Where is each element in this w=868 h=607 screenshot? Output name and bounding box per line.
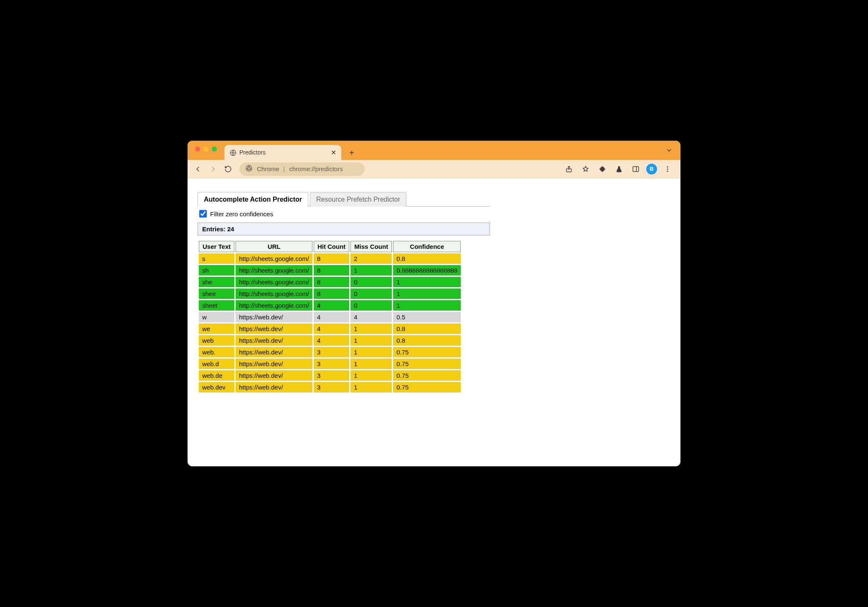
cell-url: https://web.dev/ <box>236 347 312 357</box>
globe-icon <box>229 149 236 156</box>
tab-resource-prefetch-predictor[interactable]: Resource Prefetch Predictor <box>310 192 406 207</box>
cell-user_text: shee <box>199 288 234 299</box>
cell-hit: 4 <box>314 335 349 346</box>
cell-url: https://web.dev/ <box>236 312 312 322</box>
cell-hit: 4 <box>314 312 349 322</box>
cell-url: https://web.dev/ <box>236 382 312 392</box>
col-hit-count[interactable]: Hit Count <box>314 241 349 252</box>
back-button[interactable] <box>192 163 204 175</box>
svg-point-6 <box>667 166 668 167</box>
new-tab-button[interactable]: + <box>345 147 358 159</box>
svg-point-7 <box>667 168 668 169</box>
cell-conf: 0.8 <box>393 324 461 334</box>
col-confidence[interactable]: Confidence <box>393 241 461 252</box>
col-miss-count[interactable]: Miss Count <box>350 241 392 252</box>
bookmark-icon[interactable] <box>579 163 592 175</box>
cell-miss: 1 <box>350 382 392 392</box>
cell-miss: 1 <box>350 335 392 346</box>
svg-point-8 <box>667 170 668 172</box>
cell-user_text: web.de <box>199 370 234 381</box>
minimize-window-button[interactable] <box>203 147 208 152</box>
cell-user_text: she <box>199 277 234 287</box>
cell-miss: 1 <box>350 265 392 276</box>
cell-url: http://sheets.google.com/ <box>236 265 312 276</box>
omnibox-prefix: Chrome <box>257 165 279 172</box>
cell-miss: 2 <box>350 253 392 264</box>
cell-hit: 4 <box>314 324 349 334</box>
cell-url: http://sheets.google.com/ <box>236 277 312 287</box>
menu-icon[interactable] <box>661 163 674 175</box>
cell-user_text: w <box>199 312 234 322</box>
window-controls <box>195 141 217 160</box>
cell-hit: 3 <box>314 347 349 357</box>
labs-icon[interactable] <box>613 163 625 175</box>
filter-zero-confidences-checkbox[interactable] <box>199 210 207 218</box>
cell-user_text: we <box>199 324 234 334</box>
cell-url: https://web.dev/ <box>236 335 312 346</box>
cell-conf: 1 <box>393 288 461 299</box>
chrome-icon <box>245 164 253 173</box>
cell-url: http://sheets.google.com/ <box>236 288 312 299</box>
cell-conf: 0.75 <box>393 347 461 357</box>
browser-tab[interactable]: Predictors ✕ <box>224 145 341 160</box>
close-window-button[interactable] <box>195 147 200 152</box>
close-tab-icon[interactable]: ✕ <box>331 149 336 157</box>
cell-url: https://web.dev/ <box>236 324 312 334</box>
cell-hit: 8 <box>314 265 349 276</box>
cell-conf: 0.5 <box>393 312 461 322</box>
cell-miss: 4 <box>350 312 392 322</box>
side-panel-icon[interactable] <box>629 163 642 175</box>
predictor-table: User Text URL Hit Count Miss Count Confi… <box>198 240 462 394</box>
cell-conf: 0.8 <box>393 335 461 346</box>
maximize-window-button[interactable] <box>212 147 217 152</box>
table-row: web.devhttps://web.dev/310.75 <box>199 382 461 392</box>
cell-hit: 3 <box>314 370 349 381</box>
omnibox-separator: | <box>283 165 285 172</box>
table-row: shttp://sheets.google.com/820.8 <box>199 253 461 264</box>
cell-conf: 0.75 <box>393 370 461 381</box>
cell-conf: 0.8 <box>393 253 461 264</box>
table-row: sheethttp://sheets.google.com/401 <box>199 300 461 311</box>
page-tabs: Autocomplete Action Predictor Resource P… <box>198 192 490 207</box>
svg-rect-4 <box>633 167 639 172</box>
profile-avatar[interactable]: B <box>646 164 657 175</box>
entries-count: Entries: 24 <box>198 223 490 235</box>
cell-user_text: sheet <box>199 300 234 311</box>
table-row: web.dhttps://web.dev/310.75 <box>199 359 461 369</box>
cell-url: https://web.dev/ <box>236 370 312 381</box>
titlebar: Predictors ✕ + <box>188 141 680 160</box>
col-user-text[interactable]: User Text <box>199 241 234 252</box>
filter-row: Filter zero confidences <box>198 207 490 222</box>
toolbar: Chrome | chrome://predictors B <box>188 160 680 178</box>
col-url[interactable]: URL <box>236 241 312 252</box>
chevron-down-icon[interactable] <box>665 147 673 156</box>
cell-miss: 1 <box>350 324 392 334</box>
forward-button[interactable] <box>207 163 219 175</box>
cell-conf: 0.75 <box>393 382 461 392</box>
table-row: shehttp://sheets.google.com/801 <box>199 277 461 287</box>
filter-label: Filter zero confidences <box>210 210 273 218</box>
cell-miss: 1 <box>350 370 392 381</box>
share-icon[interactable] <box>563 163 575 175</box>
table-row: whttps://web.dev/440.5 <box>199 312 461 322</box>
cell-user_text: web.dev <box>199 382 234 392</box>
table-row: wehttps://web.dev/410.8 <box>199 324 461 334</box>
table-header-row: User Text URL Hit Count Miss Count Confi… <box>199 241 461 252</box>
table-row: webhttps://web.dev/410.8 <box>199 335 461 346</box>
table-row: shhttp://sheets.google.com/810.888888888… <box>199 265 461 276</box>
extensions-icon[interactable] <box>596 163 609 175</box>
cell-miss: 0 <box>350 288 392 299</box>
cell-user_text: web.d <box>199 359 234 369</box>
cell-conf: 1 <box>393 277 461 287</box>
cell-miss: 0 <box>350 300 392 311</box>
tab-title: Predictors <box>239 149 266 156</box>
cell-hit: 8 <box>314 288 349 299</box>
reload-button[interactable] <box>222 163 234 175</box>
cell-hit: 3 <box>314 382 349 392</box>
cell-miss: 1 <box>350 347 392 357</box>
cell-hit: 8 <box>314 253 349 264</box>
omnibox[interactable]: Chrome | chrome://predictors <box>239 162 365 176</box>
cell-url: https://web.dev/ <box>236 359 312 369</box>
tab-autocomplete-predictor[interactable]: Autocomplete Action Predictor <box>198 192 308 207</box>
omnibox-url: chrome://predictors <box>289 165 343 172</box>
